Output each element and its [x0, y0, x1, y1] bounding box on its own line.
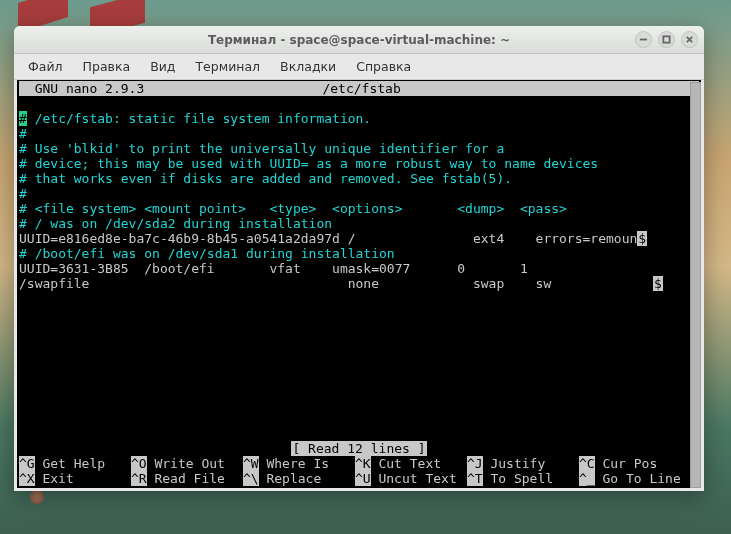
menu-bar: Файл Правка Вид Терминал Вкладки Справка [14, 54, 704, 80]
editor-line [19, 366, 699, 381]
terminal-viewport[interactable]: GNU nano 2.9.3 /etc/fstab # /etc/fstab: … [14, 80, 704, 491]
nano-status: [ Read 12 lines ] [19, 441, 699, 456]
editor-line [19, 291, 699, 306]
shortcut-replace: ^\Replace [243, 471, 355, 486]
editor-line [19, 411, 699, 426]
terminal-scrollbar[interactable] [690, 82, 701, 488]
editor-line: # that works even if disks are added and… [19, 171, 699, 186]
editor-line [19, 381, 699, 396]
scrollbar-thumb[interactable] [690, 82, 701, 488]
shortcut-to-spell: ^TTo Spell [467, 471, 579, 486]
editor-line: UUID=e816ed8e-ba7c-46b9-8b45-a0541a2da97… [19, 231, 699, 246]
menu-edit[interactable]: Правка [73, 55, 141, 78]
nano-shortcuts-row-1: ^GGet Help ^OWrite Out ^WWhere Is ^KCut … [19, 456, 699, 471]
editor-line: /swapfile none swap sw $ [19, 276, 699, 291]
shortcut-goto-line: ^_Go To Line [579, 471, 681, 486]
editor-line: # / was on /dev/sda2 during installation [19, 216, 699, 231]
menu-terminal[interactable]: Терминал [185, 55, 270, 78]
editor-line [19, 96, 699, 111]
shortcut-write-out: ^OWrite Out [131, 456, 243, 471]
shortcut-cur-pos: ^CCur Pos [579, 456, 657, 471]
editor-line: # [19, 126, 699, 141]
editor-line: # /etc/fstab: static file system informa… [19, 111, 699, 126]
editor-line [19, 336, 699, 351]
editor-line [19, 426, 699, 441]
shortcut-uncut: ^UUncut Text [355, 471, 467, 486]
editor-line: UUID=3631-3B85 /boot/efi vfat umask=0077… [19, 261, 699, 276]
editor-line [19, 351, 699, 366]
svg-rect-0 [663, 36, 669, 42]
desktop-wallpaper-decor [30, 490, 44, 504]
nano-header: GNU nano 2.9.3 /etc/fstab [19, 81, 699, 96]
shortcut-where-is: ^WWhere Is [243, 456, 355, 471]
nano-shortcuts-row-2: ^XExit ^RRead File ^\Replace ^UUncut Tex… [19, 471, 699, 486]
nano-filename: /etc/fstab [144, 81, 579, 96]
window-titlebar[interactable]: Терминал - space@space-virtual-machine: … [14, 26, 704, 54]
menu-file[interactable]: Файл [18, 55, 73, 78]
shortcut-exit: ^XExit [19, 471, 131, 486]
editor-line: # /boot/efi was on /dev/sda1 during inst… [19, 246, 699, 261]
window-title: Терминал - space@space-virtual-machine: … [208, 33, 510, 47]
shortcut-justify: ^JJustify [467, 456, 579, 471]
shortcut-get-help: ^GGet Help [19, 456, 131, 471]
editor-line [19, 306, 699, 321]
shortcut-read-file: ^RRead File [131, 471, 243, 486]
window-close-button[interactable] [681, 31, 698, 48]
editor-line: # device; this may be used with UUID= as… [19, 156, 699, 171]
menu-help[interactable]: Справка [346, 55, 421, 78]
editor-line [19, 396, 699, 411]
editor-line [19, 321, 699, 336]
window-minimize-button[interactable] [635, 31, 652, 48]
menu-tabs[interactable]: Вкладки [270, 55, 346, 78]
nano-app-name: GNU nano 2.9.3 [19, 81, 144, 96]
menu-view[interactable]: Вид [140, 55, 185, 78]
editor-line: # <file system> <mount point> <type> <op… [19, 201, 699, 216]
window-maximize-button[interactable] [658, 31, 675, 48]
editor-line: # [19, 186, 699, 201]
shortcut-cut-text: ^KCut Text [355, 456, 467, 471]
terminal-window: Терминал - space@space-virtual-machine: … [14, 26, 704, 491]
editor-line: # Use 'blkid' to print the universally u… [19, 141, 699, 156]
